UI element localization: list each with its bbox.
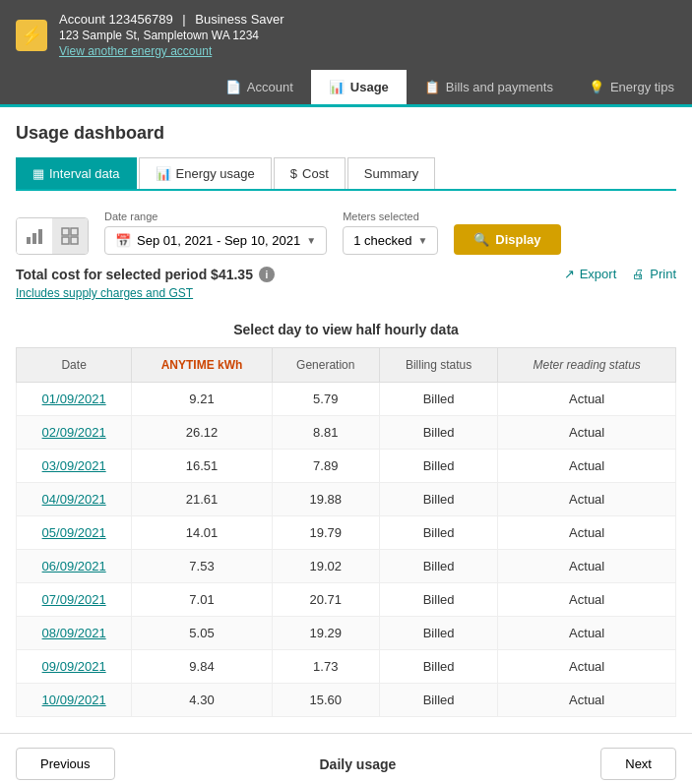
cell-date: 09/09/2021: [17, 650, 132, 684]
cell-meter: Actual: [498, 483, 676, 516]
table-row: 10/09/2021 4.30 15.60 Billed Actual: [17, 684, 676, 717]
cell-generation: 8.81: [272, 416, 379, 450]
tab-usage[interactable]: 📊 Usage: [311, 70, 407, 104]
next-button[interactable]: Next: [600, 748, 676, 780]
tab-energy-tips[interactable]: 💡 Energy tips: [571, 70, 692, 104]
table-row: 07/09/2021 7.01 20.71 Billed Actual: [17, 583, 676, 617]
date-link[interactable]: 05/09/2021: [42, 525, 106, 540]
total-cost: Total cost for selected period $41.35 i: [16, 267, 275, 282]
meters-group: Meters selected 1 checked ▼: [343, 211, 438, 255]
total-cost-label: Total cost for selected period $41.35: [16, 267, 253, 282]
cell-date: 01/09/2021: [17, 383, 132, 416]
tab-bills[interactable]: 📋 Bills and payments: [407, 70, 571, 104]
date-link[interactable]: 08/09/2021: [42, 626, 106, 640]
date-link[interactable]: 07/09/2021: [42, 592, 106, 607]
energy-tab-label: Energy usage: [176, 166, 255, 181]
date-link[interactable]: 09/09/2021: [42, 659, 106, 674]
date-link[interactable]: 04/09/2021: [42, 492, 106, 507]
cell-generation: 19.79: [272, 516, 379, 550]
cell-billing: Billed: [379, 650, 498, 684]
cell-anytime: 9.21: [132, 383, 272, 416]
table-row: 01/09/2021 9.21 5.79 Billed Actual: [17, 383, 676, 416]
account-number: Account 123456789: [59, 12, 173, 27]
sub-tabs: ▦ Interval data 📊 Energy usage $ Cost Su…: [16, 157, 676, 191]
bar-chart-view-icon[interactable]: [17, 218, 52, 254]
controls-row: Date range 📅 Sep 01, 2021 - Sep 10, 2021…: [16, 211, 676, 255]
previous-button[interactable]: Previous: [16, 748, 115, 780]
previous-label: Previous: [40, 756, 91, 771]
svg-rect-2: [38, 229, 42, 244]
date-link[interactable]: 02/09/2021: [42, 425, 106, 440]
table-header-row: Date ANYTIME kWh Generation Billing stat…: [17, 348, 676, 383]
grid-icon: [61, 227, 79, 245]
energy-tips-tab-icon: 💡: [589, 80, 604, 94]
display-button[interactable]: 🔍 Display: [454, 224, 560, 255]
cell-generation: 19.02: [272, 550, 379, 583]
supply-link[interactable]: Includes supply charges and GST: [16, 286, 275, 300]
cell-anytime: 4.30: [132, 684, 272, 717]
account-separator: |: [182, 12, 185, 27]
cost-tab-icon: $: [290, 166, 297, 181]
cell-billing: Billed: [379, 583, 498, 617]
date-link[interactable]: 03/09/2021: [42, 458, 106, 473]
sub-tab-summary[interactable]: Summary: [347, 157, 436, 189]
date-range-value: Sep 01, 2021 - Sep 10, 2021: [137, 233, 300, 248]
col-date: Date: [17, 348, 132, 383]
cell-anytime: 16.51: [132, 450, 272, 483]
svg-rect-5: [62, 237, 69, 244]
usage-tab-icon: 📊: [329, 80, 345, 94]
date-range-button[interactable]: 📅 Sep 01, 2021 - Sep 10, 2021 ▼: [104, 226, 327, 255]
search-icon: 🔍: [473, 232, 489, 247]
cell-meter: Actual: [498, 450, 676, 483]
export-label: Export: [580, 267, 617, 281]
col-anytime: ANYTIME kWh: [132, 348, 272, 383]
print-button[interactable]: 🖨 Print: [632, 267, 676, 281]
cell-generation: 19.88: [272, 483, 379, 516]
table-row: 08/09/2021 5.05 19.29 Billed Actual: [17, 617, 676, 650]
export-icon: ↗: [564, 267, 575, 281]
print-label: Print: [650, 267, 676, 281]
tab-account[interactable]: 📄 Account: [208, 70, 311, 104]
svg-rect-1: [32, 233, 36, 244]
bar-icon: [26, 227, 43, 245]
table-row: 09/09/2021 9.84 1.73 Billed Actual: [17, 650, 676, 684]
svg-rect-0: [27, 237, 31, 244]
interval-tab-icon: ▦: [32, 166, 44, 181]
header-info: Account 123456789 | Business Saver 123 S…: [59, 12, 676, 58]
main-nav: 📄 Account 📊 Usage 📋 Bills and payments 💡…: [0, 70, 692, 107]
cell-date: 08/09/2021: [17, 617, 132, 650]
chevron-down-icon: ▼: [306, 235, 316, 246]
cell-anytime: 14.01: [132, 516, 272, 550]
sub-tab-energy[interactable]: 📊 Energy usage: [139, 157, 272, 189]
energy-tips-tab-label: Energy tips: [610, 80, 674, 94]
date-link[interactable]: 06/09/2021: [42, 559, 106, 573]
sub-tab-cost[interactable]: $ Cost: [274, 157, 346, 189]
sub-tab-interval[interactable]: ▦ Interval data: [16, 157, 137, 189]
interval-tab-label: Interval data: [49, 166, 120, 181]
svg-rect-6: [71, 237, 78, 244]
account-address: 123 Sample St, Sampletown WA 1234: [59, 29, 676, 42]
cell-billing: Billed: [379, 483, 498, 516]
meters-button[interactable]: 1 checked ▼: [343, 226, 438, 255]
cell-billing: Billed: [379, 550, 498, 583]
table-row: 02/09/2021 26.12 8.81 Billed Actual: [17, 416, 676, 450]
meters-label: Meters selected: [343, 211, 438, 222]
cell-billing: Billed: [379, 516, 498, 550]
cell-billing: Billed: [379, 383, 498, 416]
cell-date: 07/09/2021: [17, 583, 132, 617]
date-link[interactable]: 01/09/2021: [42, 392, 106, 406]
cell-billing: Billed: [379, 416, 498, 450]
cell-date: 03/09/2021: [17, 450, 132, 483]
cell-generation: 1.73: [272, 650, 379, 684]
col-meter-status: Meter reading status: [498, 348, 676, 383]
display-btn-label: Display: [495, 232, 540, 247]
cell-generation: 5.79: [272, 383, 379, 416]
page-header: ⚡ Account 123456789 | Business Saver 123…: [0, 0, 692, 70]
cell-date: 10/09/2021: [17, 684, 132, 717]
info-icon[interactable]: i: [259, 267, 275, 282]
date-link[interactable]: 10/09/2021: [42, 693, 106, 707]
cell-meter: Actual: [498, 617, 676, 650]
grid-view-icon[interactable]: [52, 218, 88, 254]
view-another-account-link[interactable]: View another energy account: [59, 44, 676, 58]
export-button[interactable]: ↗ Export: [564, 267, 617, 281]
